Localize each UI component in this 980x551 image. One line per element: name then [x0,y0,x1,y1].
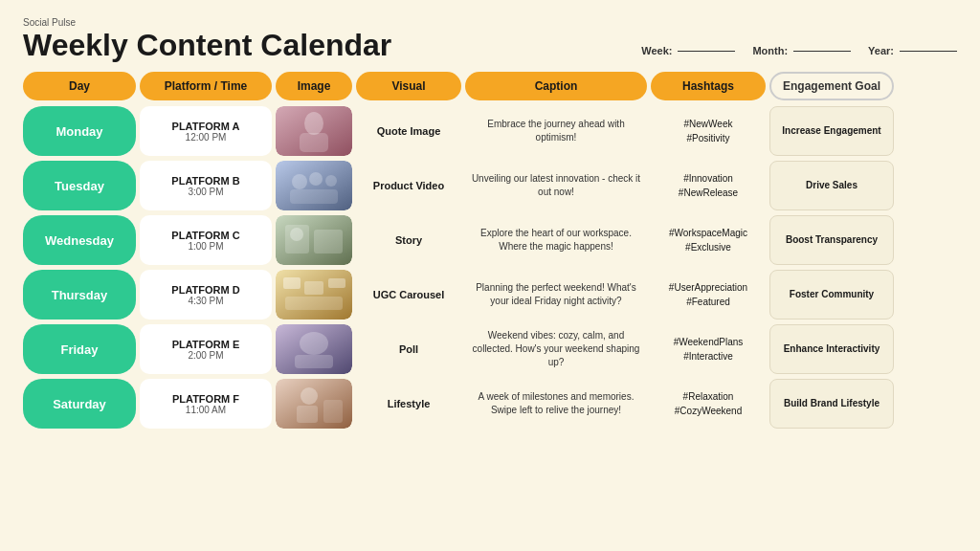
col-day: Day [23,72,136,100]
col-caption: Caption [465,72,647,100]
engagement-saturday: Build Brand Lifestyle [769,379,894,429]
hashtag2-friday: #Interactive [683,349,733,364]
svg-point-18 [300,332,328,355]
platform-name-friday: PLATFORM E [172,339,240,350]
svg-rect-2 [300,133,328,152]
year-label: Year: [868,45,894,56]
visual-saturday: Lifestyle [356,379,461,429]
svg-point-5 [309,172,323,186]
day-monday: Monday [23,106,136,156]
photo-wednesday [276,215,352,265]
table-row: Saturday PLATFORM F 11:00 AM Lifestyle [23,379,957,429]
platform-time-saturday: 11:00 AM [186,405,226,415]
platform-time-friday: 2:00 PM [188,350,223,361]
day-thursday: Thursday [23,270,136,320]
platform-name-wednesday: PLATFORM C [171,230,239,241]
hashtag-monday: #NewWeek #Positivity [651,106,766,156]
hashtag2-thursday: #Featured [686,295,730,309]
day-saturday: Saturday [23,379,136,429]
photo-saturday [276,379,352,429]
caption-saturday: A week of milestones and memories. Swipe… [465,379,647,429]
col-visual: Visual [356,72,461,100]
month-field: Month: [752,45,851,56]
engagement-tuesday: Drive Sales [769,161,894,210]
column-headers: Day Platform / Time Image Visual Caption… [23,72,957,100]
image-saturday [276,379,352,429]
svg-rect-14 [304,281,323,295]
header-section: Social Pulse Weekly Content Calendar Wee… [23,17,957,60]
image-thursday [276,270,352,320]
hashtag1-saturday: #Relaxation [683,389,734,404]
hashtag2-wednesday: #Exclusive [685,240,731,254]
svg-rect-15 [328,278,345,288]
hashtag1-friday: #WeekendPlans [674,335,744,349]
platform-time-monday: 12:00 PM [186,132,227,143]
table-row: Wednesday PLATFORM C 1:00 PM Story Expl [23,215,957,265]
photo-thursday [276,270,352,320]
svg-point-1 [304,112,323,135]
day-wednesday: Wednesday [23,215,136,265]
title-block: Social Pulse Weekly Content Calendar [23,17,391,60]
platform-monday: PLATFORM A 12:00 PM [140,106,272,156]
caption-tuesday: Unveiling our latest innovation - check … [465,161,647,210]
engagement-wednesday: Boost Transparency [769,215,894,265]
table-row: Tuesday PLATFORM B 3:00 PM Produ [23,161,957,210]
col-platform: Platform / Time [140,72,272,100]
table-row: Monday PLATFORM A 12:00 PM Quote Image E… [23,106,957,156]
hashtag-saturday: #Relaxation #CozyWeekend [651,379,766,429]
image-tuesday [276,161,352,210]
caption-thursday: Planning the perfect weekend! What's you… [465,270,647,320]
hashtag-tuesday: #Innovation #NewRelease [651,161,766,210]
platform-wednesday: PLATFORM C 1:00 PM [140,215,272,265]
svg-rect-23 [323,400,343,423]
col-engagement: Engagement Goal [769,72,894,100]
visual-thursday: UGC Carousel [356,270,461,320]
platform-name-saturday: PLATFORM F [172,393,239,405]
engagement-thursday: Foster Community [769,270,894,320]
hashtag1-tuesday: #Innovation [683,171,733,186]
svg-rect-19 [295,355,333,368]
week-label: Week: [641,45,672,56]
col-image: Image [276,72,352,100]
image-wednesday [276,215,352,265]
caption-monday: Embrace the journey ahead with optimism! [465,106,647,156]
platform-time-wednesday: 1:00 PM [188,241,223,252]
hashtag-thursday: #UserAppreciation #Featured [651,270,766,320]
page: Social Pulse Weekly Content Calendar Wee… [0,0,980,551]
main-title: Weekly Content Calendar [23,30,391,60]
engagement-monday: Increase Engagement [769,106,894,156]
hashtag2-saturday: #CozyWeekend [675,404,742,418]
month-label: Month: [752,45,788,56]
year-field: Year: [868,45,957,56]
image-friday [276,324,352,374]
platform-tuesday: PLATFORM B 3:00 PM [140,161,272,210]
table-body: Monday PLATFORM A 12:00 PM Quote Image E… [23,106,957,429]
hashtag1-wednesday: #WorkspaceMagic [669,226,747,240]
hashtag-friday: #WeekendPlans #Interactive [651,324,766,374]
caption-wednesday: Explore the heart of our workspace. Wher… [465,215,647,265]
visual-wednesday: Story [356,215,461,265]
svg-point-6 [325,175,337,187]
col-hashtags: Hashtags [651,72,766,100]
svg-point-21 [301,387,318,405]
svg-point-4 [292,174,307,189]
day-friday: Friday [23,324,136,374]
brand-label: Social Pulse [23,17,391,28]
hashtag1-monday: #NewWeek [684,117,733,131]
platform-name-monday: PLATFORM A [172,121,240,132]
day-tuesday: Tuesday [23,161,136,210]
svg-rect-13 [283,277,301,289]
caption-friday: Weekend vibes: cozy, calm, and collected… [465,324,647,374]
platform-name-thursday: PLATFORM D [171,284,239,296]
visual-monday: Quote Image [356,106,461,156]
hashtag1-thursday: #UserAppreciation [669,280,747,295]
hashtag-wednesday: #WorkspaceMagic #Exclusive [651,215,766,265]
week-line [678,51,735,52]
table-row: Thursday PLATFORM D 4:30 PM UGC [23,270,957,320]
meta-fields: Week: Month: Year: [641,45,957,60]
visual-tuesday: Product Video [356,161,461,210]
table-row: Friday PLATFORM E 2:00 PM Poll Weekend v… [23,324,957,374]
svg-rect-7 [290,189,338,204]
engagement-friday: Enhance Interactivity [769,324,894,374]
hashtag2-tuesday: #NewRelease [679,186,738,200]
